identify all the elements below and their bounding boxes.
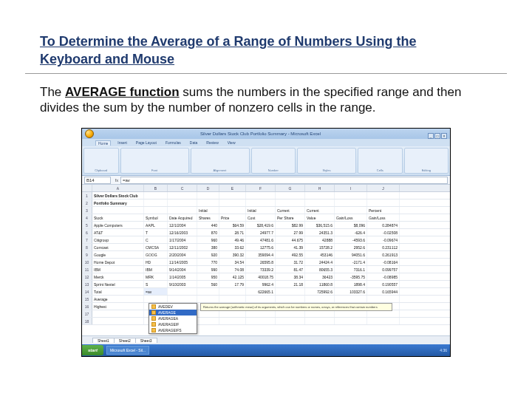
window-controls[interactable]: _□× xyxy=(427,128,447,140)
cell[interactable]: 453146 xyxy=(305,251,335,258)
start-button[interactable]: start xyxy=(82,345,103,355)
cell[interactable]: 28.71 xyxy=(219,229,246,236)
cell[interactable] xyxy=(197,192,219,199)
cell[interactable]: 47481.6 xyxy=(246,236,276,243)
cell[interactable]: 0.284874 xyxy=(367,222,400,228)
cell[interactable]: Citigroup xyxy=(92,236,144,243)
tab-view[interactable]: View xyxy=(225,140,238,145)
cell[interactable]: 38.34 xyxy=(276,273,305,280)
cell[interactable]: 73339.2 xyxy=(246,266,276,273)
taskbar-item[interactable]: Microsoft Excel - Sil... xyxy=(106,346,149,355)
cell[interactable] xyxy=(144,296,168,302)
tab-home[interactable]: Home xyxy=(95,140,111,146)
cell[interactable] xyxy=(219,296,246,302)
cell[interactable]: 725992.6 xyxy=(305,288,335,295)
cell[interactable]: $64.59 xyxy=(219,222,246,228)
cell[interactable]: 103327.6 xyxy=(335,288,367,295)
cell[interactable]: -0.02508 xyxy=(367,229,400,236)
cell[interactable]: 36423 xyxy=(305,273,335,280)
cell[interactable]: T xyxy=(144,229,168,236)
cell[interactable]: 41.39 xyxy=(276,244,305,250)
cell[interactable]: 40018.75 xyxy=(246,273,276,280)
cell[interactable] xyxy=(92,310,144,317)
cell[interactable]: HD xyxy=(144,259,168,265)
cell[interactable]: IBM xyxy=(144,266,168,273)
cell[interactable]: 920 xyxy=(197,251,219,258)
cell[interactable]: -4593.6 xyxy=(335,236,367,243)
cell[interactable]: -0.08164 xyxy=(367,259,400,265)
cell[interactable]: Home Depot xyxy=(92,259,144,265)
cell[interactable]: Current xyxy=(276,207,305,214)
cell[interactable] xyxy=(168,192,197,199)
table-row[interactable]: 10Home DepotHD11/14/200577034.5426595.83… xyxy=(82,259,450,266)
table-row[interactable]: 18 xyxy=(82,318,450,325)
cell[interactable]: Symbol xyxy=(144,214,168,221)
cell[interactable] xyxy=(276,288,305,295)
table-row[interactable]: 3InitialInitialCurrentCurrentPercent xyxy=(82,207,450,214)
cell[interactable]: Current xyxy=(305,207,335,214)
ribbon-group-number[interactable] xyxy=(251,148,296,174)
cell[interactable]: 15728.2 xyxy=(305,244,335,250)
cell[interactable]: 380 xyxy=(197,244,219,250)
table-row[interactable]: 1Silver Dollars Stock Club xyxy=(82,192,450,200)
office-button-icon[interactable] xyxy=(85,129,94,138)
cell[interactable]: 12/11/2002 xyxy=(168,244,197,250)
cell[interactable]: 12/1/2004 xyxy=(168,222,197,228)
ribbon-group-font[interactable] xyxy=(120,148,189,174)
cell[interactable]: Initial xyxy=(246,207,276,214)
cell[interactable]: 26595.8 xyxy=(246,259,276,265)
cell[interactable]: Value xyxy=(305,214,335,221)
cell[interactable]: 12775.6 xyxy=(246,244,276,250)
cell[interactable]: 960 xyxy=(197,236,219,243)
cell[interactable] xyxy=(197,310,219,317)
cell[interactable]: 390.32 xyxy=(219,251,246,258)
cell[interactable]: $82.99 xyxy=(276,222,305,228)
cell[interactable]: 94051.6 xyxy=(335,251,367,258)
table-row[interactable]: 12MerckMRK1/14/200595042.12540018.7538.3… xyxy=(82,273,450,281)
ribbon-group-clipboard[interactable] xyxy=(83,148,119,174)
sheet-tab[interactable]: Sheet2 xyxy=(114,338,136,343)
cell[interactable] xyxy=(276,192,305,199)
table-row[interactable]: 17 xyxy=(82,310,450,318)
table-row[interactable]: 15Average xyxy=(82,296,450,303)
table-row[interactable]: 2Portfolio Summary xyxy=(82,200,450,207)
tab-insert[interactable]: Insert xyxy=(115,140,129,145)
cell[interactable]: MRK xyxy=(144,273,168,280)
cell[interactable]: 2952.6 xyxy=(335,244,367,250)
table-row[interactable]: 14Total=av622665.1725992.6103327.60.1659… xyxy=(82,288,450,296)
cell[interactable]: 9962.4 xyxy=(246,281,276,287)
cell[interactable] xyxy=(305,310,335,317)
cell[interactable]: Gain/Loss xyxy=(367,214,400,221)
cell[interactable]: 11860.8 xyxy=(305,281,335,287)
cell[interactable]: 24977.7 xyxy=(246,229,276,236)
cell[interactable] xyxy=(276,296,305,302)
ribbon-group-cells[interactable] xyxy=(358,148,403,174)
cell[interactable]: 770 xyxy=(197,259,219,265)
cell[interactable] xyxy=(305,318,335,324)
cell[interactable] xyxy=(246,310,276,317)
cell[interactable]: 12/16/2003 xyxy=(168,229,197,236)
cell[interactable]: 42.125 xyxy=(219,273,246,280)
table-row[interactable]: 8ComcastCMCSA12/11/200238033.6212775.641… xyxy=(82,244,450,251)
cell[interactable]: 0.261913 xyxy=(367,251,400,258)
cell[interactable]: -626.4 xyxy=(335,229,367,236)
cell[interactable] xyxy=(335,318,367,324)
cell[interactable]: Google xyxy=(92,251,144,258)
tab-review[interactable]: Review xyxy=(204,140,220,145)
tab-formulas[interactable]: Formulas xyxy=(163,140,183,145)
cell[interactable]: Portfolio Summary xyxy=(92,200,144,206)
cell[interactable]: 42888 xyxy=(305,236,335,243)
cell[interactable] xyxy=(246,192,276,199)
cell[interactable] xyxy=(219,318,246,324)
cell[interactable] xyxy=(168,296,197,302)
cell[interactable]: 0.190557 xyxy=(367,281,400,287)
cell[interactable] xyxy=(305,200,335,206)
cell[interactable] xyxy=(197,296,219,302)
cell[interactable]: 1898.4 xyxy=(335,281,367,287)
cell[interactable] xyxy=(168,207,197,214)
sheet-tabs[interactable]: Sheet1 Sheet2 Sheet3 xyxy=(82,335,450,344)
cell[interactable] xyxy=(219,207,246,214)
cell[interactable] xyxy=(168,288,197,295)
cell[interactable]: 622665.1 xyxy=(246,288,276,295)
ribbon-group-styles[interactable] xyxy=(297,148,356,174)
